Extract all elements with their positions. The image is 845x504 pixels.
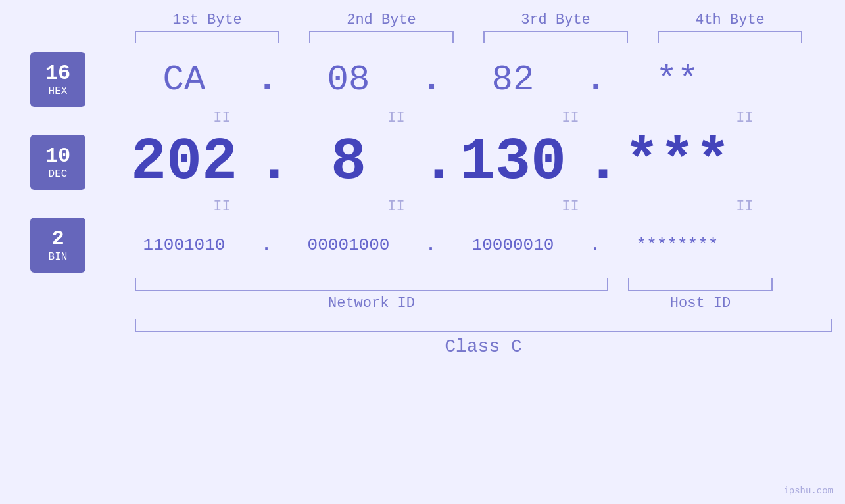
col-header-1: 1st Byte (135, 12, 279, 28)
eq-2-3: II (498, 198, 643, 215)
hex-base-number: 16 (45, 62, 70, 85)
hex-dot-3: . (585, 60, 605, 100)
main-container: 1st Byte 2nd Byte 3rd Byte 4th Byte 16 H… (0, 0, 845, 504)
dec-base-label: DEC (49, 168, 68, 180)
eq-2-1: II (150, 198, 295, 215)
class-bracket-row (135, 319, 832, 332)
dec-values: 202 . 8 . 130 . *** (112, 129, 845, 196)
bracket-4 (658, 31, 802, 43)
bin-values: 11001010 . 00001000 . 10000010 . *******… (112, 235, 845, 255)
hex-badge: 16 HEX (30, 52, 85, 107)
bin-badge: 2 BIN (30, 218, 85, 273)
eq-1-4: II (673, 110, 817, 126)
hex-byte-3: 82 (441, 60, 585, 100)
network-id-label: Network ID (135, 295, 608, 311)
class-label-row: Class C (135, 336, 832, 357)
bracket-2 (309, 31, 454, 43)
col-header-3: 3rd Byte (483, 12, 628, 28)
dec-badge: 10 DEC (30, 135, 85, 190)
hex-values: CA . 08 . 82 . ** (112, 60, 845, 100)
eq-2-2: II (324, 198, 469, 215)
bin-dot-2: . (421, 235, 441, 255)
hex-row: 16 HEX CA . 08 . 82 . ** (0, 52, 845, 107)
col-header-2: 2nd Byte (309, 12, 454, 28)
dec-dot-3: . (585, 129, 605, 196)
equals-row-2: II II II II (135, 198, 832, 215)
network-host-brackets (135, 278, 832, 291)
dec-byte-2: 8 (276, 129, 421, 196)
eq-1-1: II (150, 110, 295, 126)
dec-dot-2: . (421, 129, 441, 196)
network-bracket (135, 278, 608, 291)
eq-2-4: II (673, 198, 817, 215)
bracket-1 (135, 31, 279, 43)
dec-row: 10 DEC 202 . 8 . 130 . *** (0, 129, 845, 196)
class-c-bracket (135, 319, 832, 332)
hex-byte-4: ** (605, 60, 750, 100)
bracket-3 (483, 31, 628, 43)
host-bracket (628, 278, 773, 291)
bracket-labels: Network ID Host ID (135, 295, 832, 311)
class-c-label: Class C (445, 336, 522, 357)
hex-base-label: HEX (49, 85, 68, 97)
bin-base-number: 2 (51, 227, 64, 250)
hex-byte-2: 08 (276, 60, 421, 100)
top-brackets (120, 31, 817, 43)
bin-byte-1: 11001010 (112, 235, 256, 255)
bin-dot-1: . (256, 235, 276, 255)
watermark: ipshu.com (783, 486, 833, 496)
hex-dot-1: . (256, 60, 276, 100)
bin-base-label: BIN (49, 251, 68, 263)
bin-dot-3: . (585, 235, 605, 255)
hex-byte-1: CA (112, 60, 256, 100)
dec-dot-1: . (256, 129, 276, 196)
host-id-label: Host ID (628, 295, 773, 311)
bin-byte-3: 10000010 (441, 235, 585, 255)
hex-dot-2: . (421, 60, 441, 100)
dec-byte-4: *** (605, 129, 750, 196)
dec-byte-1: 202 (112, 129, 256, 196)
eq-1-2: II (324, 110, 469, 126)
bin-byte-4: ******** (605, 235, 750, 255)
column-headers: 1st Byte 2nd Byte 3rd Byte 4th Byte (120, 12, 817, 28)
dec-base-number: 10 (45, 145, 70, 168)
bin-byte-2: 00001000 (276, 235, 421, 255)
dec-byte-3: 130 (441, 129, 585, 196)
equals-row-1: II II II II (135, 110, 832, 126)
col-header-4: 4th Byte (658, 12, 802, 28)
bin-row: 2 BIN 11001010 . 00001000 . 10000010 . *… (0, 218, 845, 273)
eq-1-3: II (498, 110, 643, 126)
